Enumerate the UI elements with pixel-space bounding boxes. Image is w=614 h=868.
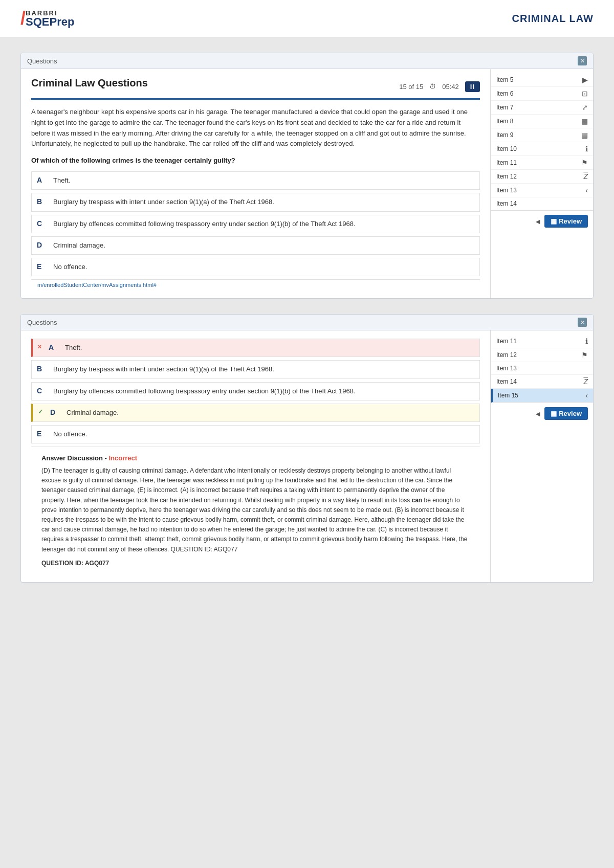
- logo-slash-icon: /: [20, 9, 26, 28]
- question-id: QUESTION ID: AGQ077: [41, 560, 470, 567]
- option-letter-b-2: B: [37, 365, 47, 373]
- questions-label-1: Questions: [27, 57, 57, 65]
- wrong-prefix-a: ×: [38, 343, 41, 350]
- divider-1: [31, 98, 480, 100]
- discussion-status: Incorrect: [108, 454, 137, 462]
- option-letter-d-1: D: [37, 241, 47, 249]
- list-item[interactable]: Item 7 ⤢: [491, 101, 593, 115]
- calculator-icon: ▦: [581, 131, 588, 139]
- discussion-text: (D) The teenager is guilty of causing cr…: [41, 466, 470, 554]
- close-button-1[interactable]: ✕: [578, 56, 587, 65]
- review-bar-2: ◄ ▦ Review: [491, 403, 593, 424]
- question-text-1: A teenager's neighbour kept his expensiv…: [31, 107, 480, 149]
- option-d-1[interactable]: D Criminal damage.: [31, 236, 480, 255]
- option-a-2[interactable]: × A Theft.: [31, 339, 480, 357]
- list-item[interactable]: Item 12 ⚑: [491, 348, 593, 362]
- option-b-2[interactable]: B Burglary by trespass with intent under…: [31, 360, 480, 379]
- option-letter-a-1: A: [37, 176, 47, 184]
- timer-icon-1: ⏱: [429, 83, 436, 91]
- list-item[interactable]: Item 11 ⚑: [491, 156, 593, 170]
- back-arrow-button-2[interactable]: ◄: [534, 410, 541, 418]
- option-letter-e-2: E: [37, 430, 47, 438]
- questions-bar-2: Questions ✕: [21, 315, 593, 330]
- option-c-2[interactable]: C Burglary by offences committed followi…: [31, 382, 480, 400]
- option-letter-b-1: B: [37, 197, 47, 206]
- list-item[interactable]: Item 14: [491, 197, 593, 210]
- info-icon: ℹ: [585, 145, 588, 153]
- logo-text: BARBRI SQEPrep: [26, 10, 74, 28]
- option-b-1[interactable]: B Burglary by trespass with intent under…: [31, 193, 480, 211]
- logo-prep: Prep: [49, 15, 74, 28]
- option-letter-a-2: A: [49, 343, 59, 351]
- logo-sqeprep: SQEPrep: [26, 16, 74, 28]
- questions-label-2: Questions: [27, 319, 57, 326]
- option-a-1[interactable]: A Theft.: [31, 171, 480, 190]
- image-icon: ⊡: [582, 90, 588, 98]
- play-icon: ▶: [582, 76, 588, 84]
- review-label-2: Review: [559, 410, 582, 417]
- list-item[interactable]: Item 6 ⊡: [491, 87, 593, 101]
- timer-text-1: 05:42: [442, 83, 459, 91]
- option-text-a-1: Theft.: [53, 176, 70, 185]
- option-text-e-1: No offence.: [53, 262, 87, 272]
- option-e-1[interactable]: E No offence.: [31, 258, 480, 276]
- quiz-body-2: × A Theft. B Burglary by trespass with i…: [21, 330, 593, 582]
- review-label-1: Review: [559, 217, 582, 225]
- list-item[interactable]: Item 13 ‹: [491, 184, 593, 197]
- option-c-1[interactable]: C Burglary by offences committed followi…: [31, 215, 480, 233]
- list-item[interactable]: Item 8 ▦: [491, 115, 593, 128]
- option-e-2[interactable]: E No offence.: [31, 425, 480, 443]
- right-panel-1: Item 5 ▶ Item 6 ⊡ Item 7 ⤢ Item 8 ▦ Item…: [491, 69, 593, 298]
- left-panel-1: Criminal Law Questions 15 of 15 ⏱ 05:42 …: [21, 69, 491, 298]
- option-letter-c-1: C: [37, 219, 47, 228]
- grid-icon: ▦: [581, 117, 588, 125]
- list-item[interactable]: Item 9 ▦: [491, 128, 593, 142]
- main-content: Questions ✕ Criminal Law Questions 15 of…: [0, 37, 614, 613]
- option-text-a-2: Theft.: [65, 343, 82, 352]
- quiz-body-1: Criminal Law Questions 15 of 15 ⏱ 05:42 …: [21, 69, 593, 298]
- review-bar-1: ◄ ▦ Review: [491, 210, 593, 232]
- option-text-d-2: Criminal damage.: [67, 408, 119, 417]
- discussion-title: Answer Discussion - Incorrect: [41, 454, 470, 462]
- option-d-2[interactable]: ✓ D Criminal damage.: [31, 404, 480, 422]
- option-text-c-1: Burglary by offences committed following…: [53, 219, 356, 229]
- back-icon: ‹: [585, 186, 588, 194]
- option-text-d-1: Criminal damage.: [53, 241, 105, 250]
- list-item[interactable]: Item 10 ℹ: [491, 142, 593, 156]
- list-item[interactable]: Item 5 ▶: [491, 73, 593, 87]
- discussion-section: Answer Discussion - Incorrect (D) The te…: [31, 447, 480, 574]
- page-title: CRIMINAL LAW: [512, 13, 594, 25]
- right-panel-2: Item 11 ℹ Item 12 ⚑ Item 13 Item 14 Z It…: [491, 330, 593, 582]
- expand-icon: ⤢: [582, 103, 588, 112]
- option-letter-c-2: C: [37, 387, 47, 395]
- header: / BARBRI SQEPrep CRIMINAL LAW: [0, 0, 614, 37]
- logo: / BARBRI SQEPrep: [20, 9, 74, 28]
- review-button-2[interactable]: ▦ Review: [544, 407, 588, 420]
- list-item[interactable]: Item 15 ‹: [491, 389, 593, 403]
- review-icon-2: ▦: [551, 410, 557, 417]
- left-panel-2: × A Theft. B Burglary by trespass with i…: [21, 330, 491, 582]
- italic-icon: Z: [583, 172, 588, 181]
- review-button-1[interactable]: ▦ Review: [544, 215, 588, 228]
- option-letter-e-1: E: [37, 262, 47, 271]
- italic-icon-2: Z: [583, 377, 588, 386]
- questions-bar-1: Questions ✕: [21, 53, 593, 69]
- list-item[interactable]: Item 11 ℹ: [491, 335, 593, 348]
- option-text-b-1: Burglary by trespass with intent under s…: [53, 197, 274, 207]
- close-button-2[interactable]: ✕: [578, 318, 587, 327]
- url-bar-1: m/enrolledStudentCenter/mvAssignments.ht…: [31, 279, 480, 290]
- back-arrow-button-1[interactable]: ◄: [534, 217, 541, 226]
- list-item[interactable]: Item 12 Z: [491, 170, 593, 184]
- option-text-e-2: No offence.: [53, 430, 87, 439]
- flag-icon: ⚑: [581, 159, 588, 167]
- list-item[interactable]: Item 14 Z: [491, 375, 593, 389]
- option-text-b-2: Burglary by trespass with intent under s…: [53, 365, 274, 374]
- info-icon-2: ℹ: [585, 337, 588, 345]
- pause-button-1[interactable]: II: [465, 81, 480, 92]
- option-letter-d-2: D: [50, 408, 60, 416]
- quiz-window-1: Questions ✕ Criminal Law Questions 15 of…: [20, 53, 594, 299]
- review-icon: ▦: [551, 217, 557, 225]
- list-item[interactable]: Item 13: [491, 362, 593, 375]
- flag-icon-2: ⚑: [581, 351, 588, 359]
- quiz-title-1: Criminal Law Questions: [31, 77, 148, 89]
